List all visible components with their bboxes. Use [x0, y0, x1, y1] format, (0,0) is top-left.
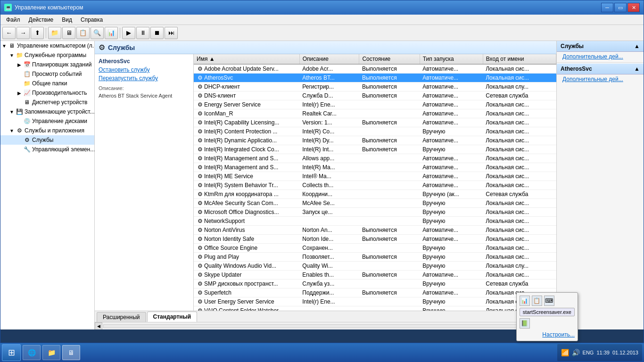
- table-row[interactable]: ⚙Intel(R) Dynamic Applicatio... Intel(R)…: [194, 136, 556, 145]
- table-row[interactable]: ⚙Office Source Engine Сохранен... Вручну…: [194, 244, 556, 253]
- actions-services-more[interactable]: Дополнительные дей...: [557, 52, 644, 61]
- tree-item-scheduler[interactable]: ▶ 📅 Планировщик заданий: [0, 60, 94, 69]
- up-button[interactable]: ⬆: [31, 27, 44, 39]
- table-row[interactable]: ⚙AtherosSvc Atheros BT... Выполняется Ав…: [194, 74, 556, 82]
- table-row[interactable]: ⚙Intel(R) Management and S... Allows app…: [194, 154, 556, 163]
- table-row[interactable]: ⚙Energy Server Service Intel(r) Ene... А…: [194, 100, 556, 109]
- forward-button[interactable]: →: [17, 27, 30, 39]
- table-row[interactable]: ⚙Microsoft Office Diagnostics... Запуск …: [194, 208, 556, 217]
- screensaver-label: startScreensaver.exe: [520, 308, 575, 316]
- table-row[interactable]: ⚙DNS-клиент Служба D... Выполняется Авто…: [194, 91, 556, 100]
- table-row[interactable]: ⚙McAfee Security Scan Com... McAfee Se..…: [194, 199, 556, 208]
- back-button[interactable]: ←: [2, 27, 16, 39]
- table-row[interactable]: ⚙Norton Identity Safe Norton Ide... Выпо…: [194, 235, 556, 244]
- table-row[interactable]: ⚙IconMan_R Realtek Car... Автоматиче... …: [194, 109, 556, 118]
- pause-button[interactable]: ⏸: [136, 27, 149, 39]
- storage-expander[interactable]: ▼: [8, 109, 16, 115]
- systools-expander[interactable]: ▼: [8, 53, 16, 58]
- svcapps-expander[interactable]: ▼: [8, 128, 16, 133]
- tree-item-svcapps[interactable]: ▼ ⚙ Службы и приложения: [0, 126, 94, 135]
- export-button[interactable]: 📋: [76, 27, 90, 39]
- cell-startup: Вручную: [420, 297, 483, 306]
- scheduler-expander[interactable]: ▶: [16, 62, 23, 67]
- row-service-icon: ⚙: [197, 74, 203, 81]
- tree-item-perf[interactable]: ▶ 📈 Производительность: [0, 88, 94, 98]
- step-button[interactable]: ⏭: [165, 27, 178, 39]
- table-row[interactable]: ⚙Intel(R) Capability Licensing... Versio…: [194, 118, 556, 127]
- popup-icon-extra[interactable]: 📗: [520, 318, 530, 329]
- col-desc[interactable]: Описание: [299, 54, 359, 64]
- actions-atherossvc-more[interactable]: Дополнительные дей...: [557, 74, 644, 84]
- row-service-icon: ⚙: [197, 191, 203, 197]
- menu-help[interactable]: Справка: [77, 16, 107, 24]
- menu-action[interactable]: Действие: [25, 16, 58, 24]
- table-row[interactable]: ⚙Quality Windows Audio Vid... Quality Wi…: [194, 262, 556, 271]
- actions-collapse-icon-2[interactable]: ▲: [634, 66, 640, 72]
- play-button[interactable]: ▶: [122, 27, 135, 39]
- tab-standard[interactable]: Стандартный: [147, 312, 198, 322]
- tree-item-storage[interactable]: ▼ 💾 Запоминающие устройст...: [0, 107, 94, 116]
- taskbar-explorer[interactable]: 📁: [42, 345, 60, 360]
- tree-item-services[interactable]: ⚙ Службы: [0, 135, 94, 145]
- stop-button[interactable]: ⏹: [150, 27, 164, 39]
- start-button[interactable]: ⊞: [2, 344, 21, 361]
- table-row[interactable]: ⚙Adobe Acrobat Update Serv... Adobe Acr.…: [194, 64, 556, 74]
- close-button[interactable]: ✕: [627, 3, 640, 12]
- cell-status: [359, 262, 420, 271]
- table-row[interactable]: ⚙Superfetch Поддержи... Выполняется Авто…: [194, 288, 556, 297]
- maximize-button[interactable]: ▭: [614, 3, 627, 12]
- popup-icon-1[interactable]: 📊: [520, 296, 530, 306]
- popup-tray-icons: 📊 📋 ⌨: [520, 296, 554, 306]
- stop-service-link[interactable]: Остановить службу: [99, 66, 190, 73]
- table-row[interactable]: ⚙SMP дисковых пространст... Служба уз...…: [194, 280, 556, 288]
- restart-service-link[interactable]: Перезапустить службу: [99, 75, 190, 82]
- minimize-button[interactable]: ─: [601, 3, 613, 12]
- col-status[interactable]: Состояние: [359, 54, 420, 64]
- table-row[interactable]: ⚙KtmRm для координатора ... Координи... …: [194, 190, 556, 199]
- table-row[interactable]: ⚙User Energy Server Service Intel(r) Ene…: [194, 297, 556, 306]
- tree-item-wmi[interactable]: 🔧 Управляющий элемен...: [0, 145, 94, 154]
- show-hide-tree-button[interactable]: 📁: [48, 27, 61, 39]
- col-name[interactable]: Имя ▲: [194, 54, 299, 64]
- table-row[interactable]: ⚙Norton AntiVirus Norton An... Выполняет…: [194, 226, 556, 235]
- tray-lang[interactable]: ENG: [583, 350, 594, 355]
- col-startup[interactable]: Тип запуска: [420, 54, 483, 64]
- systools-icon: 📁: [16, 51, 23, 59]
- table-row[interactable]: ⚙NetworkSupport Вручную Локальная сис...: [194, 217, 556, 226]
- actions-collapse-icon[interactable]: ▲: [634, 43, 640, 49]
- help-button[interactable]: 🔍: [91, 27, 104, 39]
- scroll-left-button[interactable]: ◀: [95, 322, 102, 330]
- scroll-track[interactable]: [103, 324, 548, 328]
- table-row[interactable]: ⚙Intel(R) Management and S... Intel(R) M…: [194, 163, 556, 172]
- root-expander[interactable]: ▼: [0, 43, 8, 49]
- menu-view[interactable]: Вид: [58, 16, 76, 24]
- tree-item-sharedfolders[interactable]: 📁 Общие папки: [0, 79, 94, 88]
- table-row[interactable]: ⚙Intel(R) ME Service Intel® Ma... Автома…: [194, 172, 556, 181]
- table-row[interactable]: ⚙VAIO Content Folder Watcher Вручную Лок…: [194, 306, 556, 311]
- taskbar-compmgmt[interactable]: 🖥: [62, 345, 80, 360]
- table-row[interactable]: ⚙Intel(R) Content Protection ... Intel(R…: [194, 127, 556, 136]
- popup-icon-3[interactable]: ⌨: [544, 296, 554, 306]
- perf-expander[interactable]: ▶: [16, 90, 23, 96]
- table-row[interactable]: ⚙Intel(R) Integrated Clock Co... Intel(R…: [194, 145, 556, 154]
- menu-file[interactable]: Файл: [2, 16, 24, 24]
- table-row[interactable]: ⚙Skype Updater Enables th... Выполняется…: [194, 271, 556, 280]
- table-row[interactable]: ⚙DHCP-клиент Регистрир... Выполняется Ав…: [194, 82, 556, 91]
- table-row[interactable]: ⚙Intel(R) System Behavior Tr... Collects…: [194, 181, 556, 190]
- tree-item-systools[interactable]: ▼ 📁 Служебные программы: [0, 50, 94, 60]
- col-logon[interactable]: Вход от имени: [483, 54, 556, 64]
- tree-item-eventlog[interactable]: 📋 Просмотр событий: [0, 69, 94, 79]
- tree-item-diskmgmt[interactable]: 💿 Управление дисками: [0, 116, 94, 126]
- tree-item-devmgr[interactable]: 🖥 Диспетчер устройств: [0, 98, 94, 107]
- cell-name: ⚙Intel(R) Management and S...: [194, 154, 299, 163]
- chart-button[interactable]: 📊: [105, 27, 118, 39]
- tab-extended[interactable]: Расширенный: [97, 312, 146, 322]
- cell-name: ⚙SMP дисковых пространст...: [194, 280, 299, 288]
- tree-item-root[interactable]: ▼ 🖥 Управление компьютером (л...: [0, 41, 94, 50]
- nastroit-link[interactable]: Настроить...: [520, 331, 575, 338]
- taskbar-chrome[interactable]: 🌐: [23, 345, 41, 360]
- popup-icon-2[interactable]: 📋: [532, 296, 542, 306]
- service-panel-header: ⚙ Службы: [95, 41, 556, 54]
- table-row[interactable]: ⚙Plug and Play Позволяет... Выполняется …: [194, 253, 556, 262]
- properties-button[interactable]: 🖥: [62, 27, 75, 39]
